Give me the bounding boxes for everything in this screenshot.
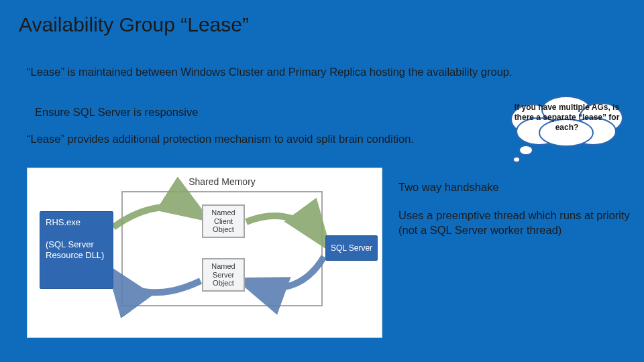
svg-point-7 bbox=[513, 157, 520, 162]
right-point-handshake: Two way handshake bbox=[398, 180, 631, 194]
sqlserver-box: SQL Server bbox=[325, 235, 378, 261]
svg-point-6 bbox=[519, 145, 533, 155]
right-point-thread: Uses a preemptive thread which runs at p… bbox=[398, 208, 631, 238]
cloud-text: If you have multiple AGs, is there a sep… bbox=[513, 103, 621, 133]
slide-title: Availability Group “Lease” bbox=[19, 13, 249, 36]
named-server-object-box: Named Server Object bbox=[202, 258, 245, 292]
thought-cloud: If you have multiple AGs, is there a sep… bbox=[507, 94, 627, 141]
rhs-box: RHS.exe (SQL Server Resource DLL) bbox=[40, 211, 113, 289]
diagram: Shared Memory RHS.exe (SQL Server Resour… bbox=[27, 168, 382, 338]
bullet-splitbrain: “Lease” provides additional protection m… bbox=[27, 133, 414, 145]
bullet-responsive: Ensure SQL Server is responsive bbox=[35, 106, 198, 119]
slide: Availability Group “Lease” “Lease” is ma… bbox=[0, 0, 644, 362]
slide-subtitle: “Lease” is maintained between Windows Cl… bbox=[27, 66, 513, 78]
named-client-object-box: Named Client Object bbox=[202, 204, 245, 238]
